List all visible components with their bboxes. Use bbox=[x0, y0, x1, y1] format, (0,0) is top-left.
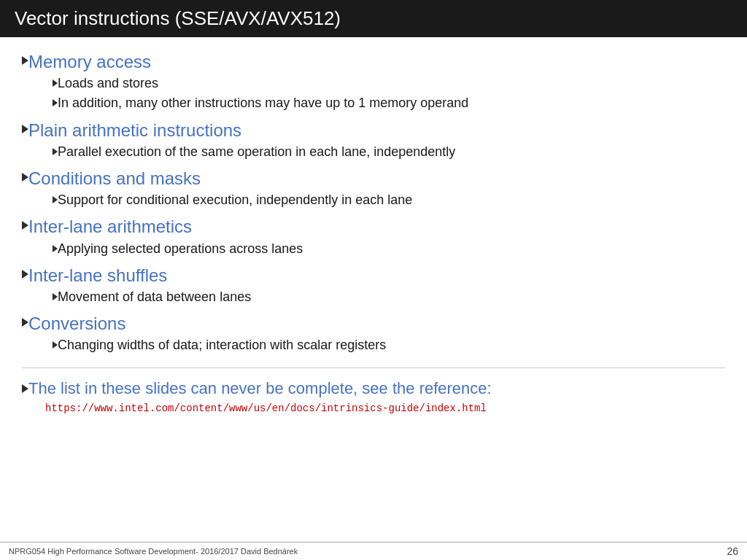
slide-title: Vector instructions (SSE/AVX/AVX512) bbox=[15, 7, 341, 29]
sub-label: Changing widths of data; interaction wit… bbox=[58, 336, 386, 354]
sub-items: Support for conditional execution, indep… bbox=[53, 191, 725, 209]
note-item: The list in these slides can never be co… bbox=[22, 378, 725, 400]
sub-label: Movement of data between lanes bbox=[58, 288, 251, 306]
main-label: Conversions bbox=[28, 312, 125, 335]
footer-text: NPRG054 High Performance Software Develo… bbox=[9, 547, 298, 556]
note-bullet-icon bbox=[22, 384, 28, 393]
main-item: Inter-lane shuffles bbox=[22, 264, 725, 287]
main-bullet-icon bbox=[22, 56, 28, 65]
sub-item: Applying selected operations across lane… bbox=[53, 240, 725, 258]
note-link[interactable]: https://www.intel.com/content/www/us/en/… bbox=[45, 402, 725, 414]
sub-item: Support for conditional execution, indep… bbox=[53, 191, 725, 209]
sub-bullet-icon bbox=[53, 148, 58, 155]
main-label: Memory access bbox=[28, 50, 151, 73]
main-label: Inter-lane arithmetics bbox=[28, 215, 192, 238]
sub-label: Parallel execution of the same operation… bbox=[58, 143, 455, 161]
main-item: Conditions and masks bbox=[22, 167, 725, 190]
sub-bullet-icon bbox=[53, 341, 58, 349]
sub-item: Parallel execution of the same operation… bbox=[53, 143, 725, 161]
main-bullet-icon bbox=[22, 318, 28, 327]
sub-items: Loads and storesIn addition, many other … bbox=[53, 74, 725, 112]
sub-label: In addition, many other instructions may… bbox=[58, 94, 468, 112]
sub-items: Movement of data between lanes bbox=[53, 288, 725, 306]
sub-label: Applying selected operations across lane… bbox=[58, 240, 303, 258]
sub-item: Changing widths of data; interaction wit… bbox=[53, 336, 725, 354]
slide-footer: NPRG054 High Performance Software Develo… bbox=[0, 542, 747, 560]
main-label: Conditions and masks bbox=[28, 167, 201, 190]
sub-bullet-icon bbox=[53, 99, 58, 106]
sub-bullet-icon bbox=[53, 245, 58, 252]
sub-item: Loads and stores bbox=[53, 74, 725, 93]
sub-label: Loads and stores bbox=[58, 74, 158, 93]
footer-page: 26 bbox=[727, 545, 738, 557]
sub-item: Movement of data between lanes bbox=[53, 288, 725, 306]
slide-header: Vector instructions (SSE/AVX/AVX512) bbox=[0, 0, 747, 37]
sub-bullet-icon bbox=[53, 293, 58, 300]
main-item: Memory access bbox=[22, 50, 725, 73]
note-label: The list in these slides can never be co… bbox=[28, 378, 492, 400]
main-label: Inter-lane shuffles bbox=[28, 264, 167, 287]
sub-bullet-icon bbox=[53, 79, 58, 87]
sub-items: Parallel execution of the same operation… bbox=[53, 143, 725, 161]
main-bullet-icon bbox=[22, 125, 28, 133]
main-item: Conversions bbox=[22, 312, 725, 335]
main-label: Plain arithmetic instructions bbox=[28, 119, 241, 141]
sub-label: Support for conditional execution, indep… bbox=[58, 191, 412, 209]
slide-content: Memory accessLoads and storesIn addition… bbox=[0, 37, 747, 542]
note-section: The list in these slides can never be co… bbox=[22, 368, 725, 414]
main-bullet-icon bbox=[22, 270, 28, 279]
main-bullet-icon bbox=[22, 173, 28, 182]
sub-items: Changing widths of data; interaction wit… bbox=[53, 336, 725, 354]
sub-items: Applying selected operations across lane… bbox=[53, 240, 725, 258]
main-item: Plain arithmetic instructions bbox=[22, 119, 725, 141]
main-item: Inter-lane arithmetics bbox=[22, 215, 725, 238]
main-bullet-icon bbox=[22, 221, 28, 230]
sub-bullet-icon bbox=[53, 196, 58, 203]
sub-item: In addition, many other instructions may… bbox=[53, 94, 725, 112]
